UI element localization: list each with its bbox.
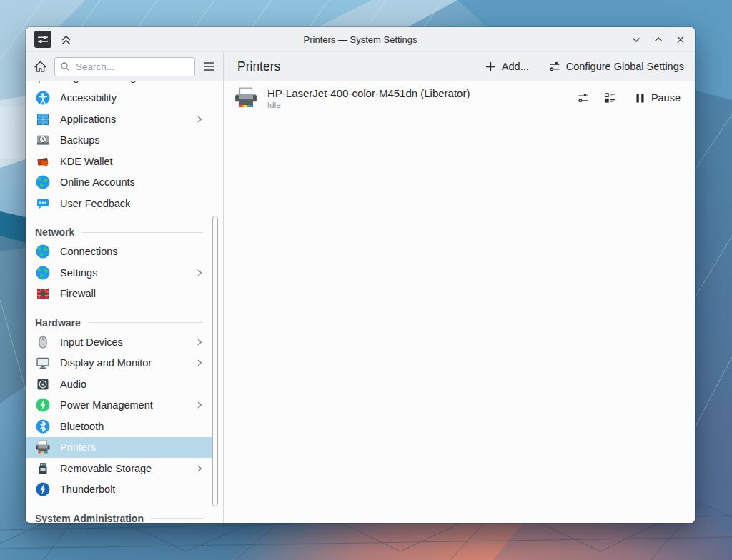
- sidebar-item-firewall[interactable]: Firewall: [26, 284, 212, 305]
- sidebar-item-thunderbolt[interactable]: Thunderbolt: [26, 479, 212, 501]
- chevron-right-icon: [195, 401, 212, 409]
- chevron-right-icon: [195, 359, 212, 367]
- firewall-icon: [35, 286, 51, 301]
- home-button[interactable]: [33, 59, 48, 74]
- close-button[interactable]: [675, 34, 686, 45]
- sidebar-item-connections[interactable]: Connections: [26, 241, 212, 263]
- add-printer-button[interactable]: Add...: [485, 61, 529, 73]
- feedback-icon: [35, 196, 51, 211]
- sidebar-item-label: Printers: [60, 441, 96, 453]
- sidebar-item-kde-wallet[interactable]: KDE Wallet: [26, 151, 212, 172]
- sidebar-item-settings[interactable]: Settings: [26, 262, 212, 284]
- header-bar: Printers Add... Configure Global Setting…: [26, 52, 695, 81]
- monitor-icon: [35, 355, 51, 371]
- window-title: Printers — System Settings: [26, 34, 695, 45]
- titlebar[interactable]: Printers — System Settings: [26, 27, 695, 52]
- sidebar: Regional SettingsAccessibilityApplicatio…: [26, 81, 224, 523]
- sidebar-item-removable-storage[interactable]: Removable Storage: [26, 458, 212, 479]
- accessibility-icon: [35, 90, 51, 106]
- globe-icon: [35, 174, 51, 190]
- section-header-system-administration: System Administration: [26, 500, 213, 523]
- sidebar-item-label: Firewall: [60, 288, 96, 299]
- bluetooth-icon: [35, 419, 51, 434]
- sidebar-item-label: Bluetooth: [60, 421, 104, 432]
- sidebar-item-label: Accessibility: [60, 92, 117, 104]
- globe-icon: [35, 265, 51, 281]
- pause-printer-button[interactable]: Pause: [635, 92, 681, 104]
- thunderbolt-icon: [35, 481, 51, 497]
- sidebar-item-label: KDE Wallet: [60, 156, 113, 167]
- audio-icon: [35, 376, 51, 392]
- sidebar-item-label: User Feedback: [60, 198, 130, 209]
- sidebar-item-label: Online Accounts: [60, 176, 135, 188]
- backups-icon: [35, 132, 51, 148]
- desktop: Printers — System Settings: [0, 0, 732, 560]
- keep-above-icon[interactable]: [59, 33, 73, 46]
- sidebar-item-label: Audio: [60, 379, 86, 390]
- sidebar-item-label: Input Devices: [60, 336, 123, 348]
- chevron-right-icon: [195, 338, 212, 346]
- printer-icon: [35, 439, 51, 455]
- sidebar-item-bluetooth[interactable]: Bluetooth: [26, 416, 212, 437]
- sidebar-item-label: Applications: [60, 114, 116, 125]
- section-divider: [151, 518, 203, 519]
- section-divider: [81, 232, 203, 233]
- sidebar-item-backups[interactable]: Backups: [26, 130, 212, 151]
- sidebar-item-label: Power Management: [60, 399, 153, 411]
- printers-panel: HP-LaserJet-400-color-M451dn (Liberator)…: [224, 81, 695, 523]
- sidebar-item-input-devices[interactable]: Input Devices: [26, 331, 212, 353]
- app-icon: [34, 31, 51, 48]
- minimize-button[interactable]: [630, 34, 642, 45]
- maximize-button[interactable]: [653, 34, 664, 45]
- globe-icon: [35, 244, 51, 259]
- sidebar-item-applications[interactable]: Applications: [26, 109, 212, 130]
- printer-name: HP-LaserJet-400-color-M451dn (Liberator): [267, 87, 470, 99]
- chevron-right-icon: [195, 115, 212, 124]
- sidebar-list: Regional SettingsAccessibilityApplicatio…: [26, 81, 223, 523]
- sidebar-item-audio[interactable]: Audio: [26, 374, 212, 395]
- configure-global-settings-button[interactable]: Configure Global Settings: [548, 60, 684, 73]
- configure-icon: [548, 60, 561, 73]
- section-header-hardware: Hardware: [26, 304, 213, 331]
- regional-icon: [35, 81, 51, 85]
- sidebar-item-label: Thunderbolt: [60, 484, 115, 495]
- content-header: Printers Add... Configure Global Setting…: [224, 52, 695, 81]
- sidebar-item-display-and-monitor[interactable]: Display and Monitor: [26, 353, 212, 374]
- sidebar-item-label: Removable Storage: [60, 463, 152, 474]
- configure-printer-button[interactable]: [577, 91, 590, 104]
- chevron-right-icon: [195, 269, 212, 277]
- chevron-right-icon: [195, 464, 212, 473]
- applications-icon: [35, 111, 51, 127]
- pause-icon: [635, 93, 646, 104]
- power-icon: [35, 397, 51, 413]
- sidebar-item-regional-settings[interactable]: Regional Settings: [26, 81, 212, 88]
- sidebar-item-accessibility[interactable]: Accessibility: [26, 88, 212, 109]
- sidebar-scrollbar[interactable]: [212, 216, 218, 506]
- section-header-label: Hardware: [35, 317, 81, 329]
- section-header-network: Network: [26, 214, 213, 241]
- printer-status: Idle: [267, 101, 470, 109]
- section-divider: [88, 322, 203, 323]
- sidebar-item-printers[interactable]: Printers: [26, 437, 212, 459]
- sidebar-item-label: Settings: [60, 267, 97, 279]
- sidebar-header: [26, 52, 224, 81]
- search-field[interactable]: [54, 57, 195, 76]
- sidebar-item-label: Display and Monitor: [60, 357, 152, 369]
- wallet-icon: [35, 154, 51, 169]
- page-title: Printers: [237, 59, 280, 74]
- search-input[interactable]: [74, 61, 189, 73]
- sidebar-item-online-accounts[interactable]: Online Accounts: [26, 172, 212, 194]
- search-icon: [60, 61, 70, 71]
- mouse-icon: [35, 334, 51, 350]
- print-queue-button[interactable]: [603, 91, 616, 104]
- usb-icon: [35, 461, 51, 476]
- sidebar-item-label: Backups: [60, 134, 100, 146]
- sidebar-item-power-management[interactable]: Power Management: [26, 395, 212, 416]
- sidebar-item-user-feedback[interactable]: User Feedback: [26, 193, 212, 214]
- printer-list-item[interactable]: HP-LaserJet-400-color-M451dn (Liberator)…: [224, 81, 695, 114]
- printer-icon: [234, 86, 258, 110]
- system-settings-window: Printers — System Settings: [26, 27, 695, 523]
- section-header-label: Network: [35, 226, 74, 238]
- sidebar-item-label: Connections: [60, 246, 118, 257]
- menu-button[interactable]: [202, 59, 216, 74]
